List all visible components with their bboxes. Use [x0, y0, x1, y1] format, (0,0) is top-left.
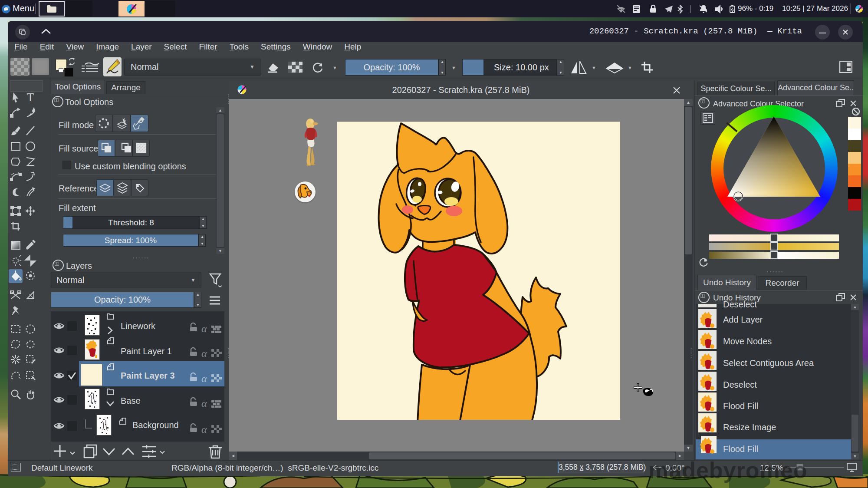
- svg-text:α: α: [201, 424, 207, 435]
- svg-text:T: T: [27, 91, 34, 104]
- svg-text:α: α: [201, 348, 207, 359]
- svg-text:α: α: [201, 398, 207, 409]
- svg-text:α: α: [201, 373, 207, 384]
- svg-text:α: α: [201, 323, 207, 334]
